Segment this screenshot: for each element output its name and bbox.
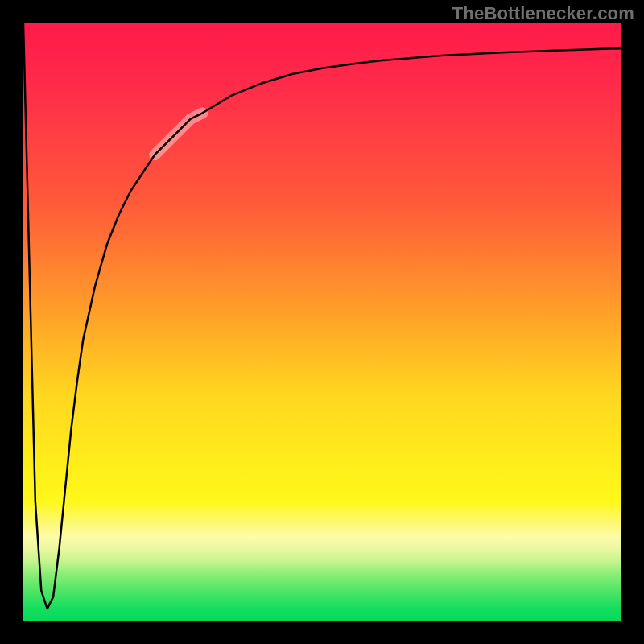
curve-layer — [23, 23, 621, 621]
bottleneck-curve — [23, 23, 621, 609]
bottleneck-chart: TheBottlenecker.com — [0, 0, 644, 644]
watermark-text: TheBottlenecker.com — [452, 3, 634, 24]
